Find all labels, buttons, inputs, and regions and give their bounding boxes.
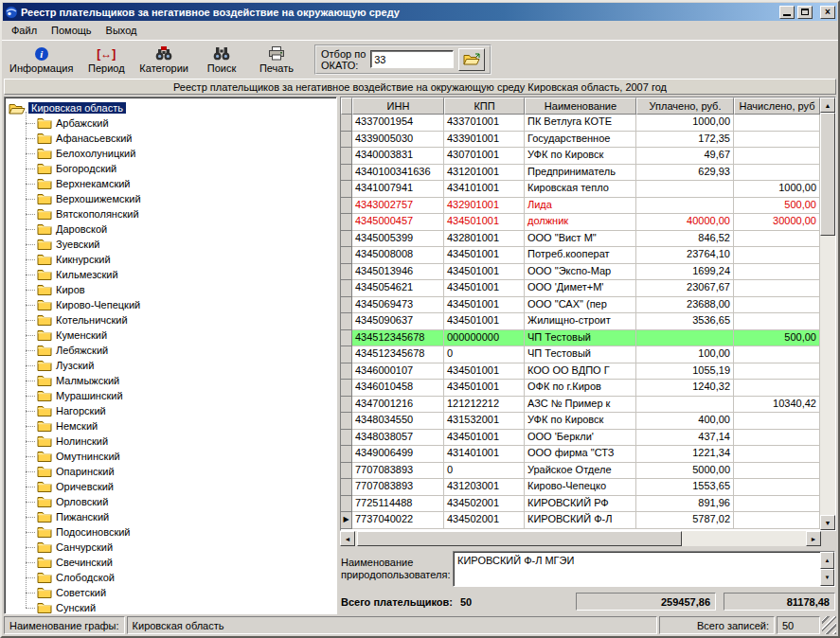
tree-item-district[interactable]: Нолинский — [22, 434, 334, 449]
period-button[interactable]: [↔] Период — [80, 42, 133, 77]
tree-item-district[interactable]: Кильмезский — [22, 267, 334, 282]
cell-name: АЗС № Пример к — [525, 397, 636, 414]
cell-name: Урайское Отделе — [525, 463, 636, 480]
search-button[interactable]: Поиск — [195, 42, 248, 77]
table-row[interactable]: ▶ 4340100341636 431201001 Предпринимател… — [341, 165, 820, 182]
details-scrollbar[interactable]: ▲ ▼ — [820, 552, 834, 586]
table-row[interactable]: ▶ 434512345678 0 ЧП Тестовый 100,00 — [341, 346, 820, 363]
header-kpp[interactable]: КПП — [444, 97, 525, 115]
scroll-left-icon[interactable]: ◄ — [340, 531, 355, 546]
tree-item-district[interactable]: Малмыжский — [22, 373, 334, 388]
table-row[interactable]: ▶ 4339005030 433901001 Государственное 1… — [341, 132, 820, 149]
tree-item-district[interactable]: Слободской — [22, 570, 334, 585]
tree-item-district[interactable]: Афанасьевский — [22, 131, 334, 146]
menu-help[interactable]: Помощь — [45, 23, 98, 38]
tree-item-district[interactable]: Куменский — [22, 328, 334, 343]
tree-item-district[interactable]: Омутнинский — [22, 449, 334, 464]
cell-inn: 7707083893 — [352, 479, 444, 496]
table-row[interactable]: ▶ 4345000457 434501001 должник 40000,00 … — [341, 214, 820, 231]
tree-item-district[interactable]: Лебяжский — [22, 343, 334, 358]
print-button[interactable]: Печать — [250, 42, 303, 77]
table-row[interactable]: ▶ 4340003831 430701001 УФК по Кировск 49… — [341, 148, 820, 165]
scroll-down-icon[interactable]: ▼ — [820, 515, 835, 530]
titlebar[interactable]: Реестр плательщиков за негативное воздей… — [3, 3, 837, 21]
tree-item-district[interactable]: Зуевский — [22, 237, 334, 252]
okato-apply-button[interactable] — [458, 48, 485, 71]
tree-item-district[interactable]: Киров — [22, 282, 334, 297]
tree-item-district[interactable]: Котельничский — [22, 312, 334, 328]
table-row[interactable]: ▶ 4346010458 434501001 ОФК по г.Киров 12… — [341, 380, 820, 397]
tree-root-region[interactable]: Кировская область — [9, 100, 334, 115]
tree-item-district[interactable]: Арбажский — [22, 115, 334, 131]
table-row[interactable]: ▶ 4345005399 432801001 ООО "Вист М" 846,… — [341, 231, 820, 248]
tree-item-district[interactable]: Белохолуницкий — [22, 146, 334, 161]
table-row[interactable]: ▶ 7737040022 434502001 КИРОВСКИЙ Ф-Л 578… — [341, 512, 820, 529]
cell-inn: 4345054621 — [352, 280, 444, 297]
tree-item-district[interactable]: Нагорский — [22, 403, 334, 418]
cell-name: ООО "САХ" (пер — [525, 297, 636, 314]
table-row[interactable]: ▶ 4347001216 121212212 АЗС № Пример к 10… — [341, 397, 820, 414]
tree-item-district[interactable]: Верхнекамский — [22, 176, 334, 191]
table-row[interactable]: ▶ 4345054621 434501001 ООО 'Димет+М' 230… — [341, 280, 820, 297]
scroll-up-icon[interactable]: ▲ — [820, 97, 835, 113]
table-row[interactable]: ▶ 4337001954 433701001 ПК Ветлуга КОТЕ 1… — [341, 115, 820, 132]
tree-item-district[interactable]: Вятскополянский — [22, 206, 334, 222]
table-row[interactable]: ▶ 4345090637 434501001 Жилищно-строит 35… — [341, 313, 820, 330]
scroll-right-icon[interactable]: ► — [806, 531, 821, 546]
tree-item-label: Подосиновский — [56, 526, 130, 538]
details-scroll-down-icon[interactable]: ▼ — [820, 569, 834, 586]
hscroll-thumb[interactable] — [357, 531, 682, 546]
tree-item-district[interactable]: Кикнурский — [22, 252, 334, 267]
tree-item-district[interactable]: Мурашинский — [22, 388, 334, 403]
table-row[interactable]: ▶ 4348038057 434501001 ООО 'Беркли' 437,… — [341, 430, 820, 447]
okato-filter-input[interactable] — [370, 50, 454, 68]
tree-item-district[interactable]: Свечинский — [22, 555, 334, 570]
vscroll-thumb[interactable] — [820, 113, 835, 236]
table-row[interactable]: ▶ 4346000107 434501001 КОО ОО ВДПО Г 105… — [341, 363, 820, 381]
tree-item-district[interactable]: Санчурский — [22, 540, 334, 555]
tree-item-district[interactable]: Даровской — [22, 222, 334, 237]
info-button[interactable]: i Информация — [5, 42, 78, 77]
close-button[interactable]: × — [820, 6, 835, 19]
table-row[interactable]: ▶ 4341007941 434101001 Кировская тепло 1… — [341, 181, 820, 198]
tree-item-district[interactable]: Лузский — [22, 358, 334, 373]
header-accrued[interactable]: Начислено, руб — [734, 97, 820, 115]
table-row[interactable]: ▶ 7725114488 434502001 КИРОВСКИЙ РФ 891,… — [341, 496, 820, 513]
tree-item-district[interactable]: Сунский — [22, 600, 334, 614]
minimize-button[interactable] — [779, 6, 795, 19]
details-scroll-up-icon[interactable]: ▲ — [820, 552, 834, 569]
header-name[interactable]: Наименование — [525, 97, 636, 115]
tree-item-district[interactable]: Богородский — [22, 161, 334, 176]
tree-item-district[interactable]: Немский — [22, 418, 334, 434]
table-row[interactable]: ▶ 4345069473 434501001 ООО "САХ" (пер 23… — [341, 297, 820, 314]
categories-button[interactable]: Категории — [134, 42, 193, 77]
cell-paid — [636, 397, 734, 414]
tree-item-district[interactable]: Пижанский — [22, 509, 334, 524]
tree-item-district[interactable]: Оричевский — [22, 479, 334, 494]
hscroll-track[interactable] — [355, 531, 806, 546]
header-paid[interactable]: Уплачено, руб. — [636, 97, 734, 115]
tree-item-district[interactable]: Кирово-Чепецкий — [22, 297, 334, 312]
grid-vertical-scrollbar[interactable]: ▲ ▼ — [820, 97, 835, 530]
vscroll-track[interactable] — [820, 113, 835, 515]
menu-file[interactable]: Файл — [5, 23, 44, 38]
table-row[interactable]: ▶ 7707083893 431203001 Кирово-Чепецко 15… — [341, 479, 820, 496]
maximize-button[interactable] — [797, 6, 813, 19]
tree-item-district[interactable]: Опаринский — [22, 464, 334, 479]
tree-item-district[interactable]: Советский — [22, 585, 334, 600]
table-row[interactable]: ▶ 4348034550 431532001 УФК по Кировск 40… — [341, 413, 820, 430]
tree-item-district[interactable]: Орловский — [22, 494, 334, 509]
header-inn[interactable]: ИНН — [352, 97, 444, 115]
table-row[interactable]: ▶ 4349006499 431401001 ООО фирма "СТЗ 12… — [341, 446, 820, 463]
tree-item-district[interactable]: Верхошижемский — [22, 191, 334, 206]
table-row[interactable]: ▶ 7707083893 0 Урайское Отделе 5000,00 — [341, 463, 820, 480]
menu-exit[interactable]: Выход — [99, 23, 144, 38]
tree-item-district[interactable]: Подосиновский — [22, 524, 334, 540]
resize-grip[interactable] — [822, 616, 836, 634]
table-row[interactable]: ▶ 4345008008 434501001 Потреб.кооперат 2… — [341, 247, 820, 264]
table-row[interactable]: ▶ 4343002757 432901001 Лида 500,00 — [341, 198, 820, 215]
grid-horizontal-scrollbar[interactable]: ◄ ► — [340, 531, 836, 546]
table-row[interactable]: ▶ 4345013946 434501001 ООО "Экспо-Мар 16… — [341, 264, 820, 281]
table-row[interactable]: ▶ 434512345678 000000000 ЧП Тестовый 500… — [341, 330, 820, 347]
payers-grid: ИНН КПП Наименование Уплачено, руб. Начи… — [340, 97, 836, 531]
